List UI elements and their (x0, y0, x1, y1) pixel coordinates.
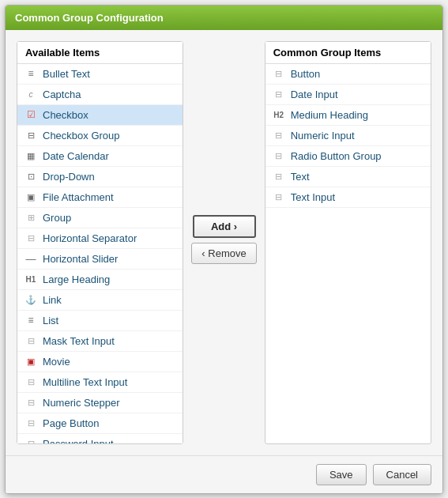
group-items-header: Common Group Items (265, 42, 431, 64)
item-label-text-input: Text Input (291, 191, 335, 203)
item-label-bullet-text: Bullet Text (43, 68, 90, 80)
item-icon-text-input (272, 191, 286, 202)
item-icon-multiline-text-input (24, 376, 38, 387)
available-item-drop-down[interactable]: Drop-Down (17, 167, 183, 187)
item-label-numeric-stepper: Numeric Stepper (43, 397, 120, 409)
item-icon-text (272, 171, 286, 182)
item-icon-movie (24, 356, 38, 367)
item-label-horizontal-slider: Horizontal Slider (43, 253, 118, 265)
available-item-bullet-text[interactable]: Bullet Text (17, 64, 183, 85)
dialog-footer: Save Cancel (6, 455, 442, 493)
group-items-panel: Common Group Items ButtonDate InputMediu… (265, 41, 431, 444)
item-label-link: Link (43, 294, 62, 306)
item-label-password-input: Password Input (43, 438, 114, 443)
available-item-large-heading[interactable]: Large Heading (17, 270, 183, 290)
item-label-horizontal-separator: Horizontal Separator (43, 232, 137, 244)
cancel-button[interactable]: Cancel (373, 464, 431, 485)
available-items-header: Available Items (17, 42, 183, 64)
item-icon-button (272, 68, 286, 79)
item-label-list: List (43, 315, 58, 326)
common-group-configuration-dialog: Common Group Configuration Available Ite… (5, 5, 443, 494)
available-item-checkbox-group[interactable]: Checkbox Group (17, 126, 183, 146)
group-items-list[interactable]: ButtonDate InputMedium HeadingNumeric In… (265, 64, 431, 443)
available-items-list[interactable]: Bullet TextCaptchaCheckboxCheckbox Group… (17, 64, 183, 443)
dialog-body: Available Items Bullet TextCaptchaCheckb… (6, 30, 442, 455)
columns-layout: Available Items Bullet TextCaptchaCheckb… (17, 41, 431, 444)
item-label-radio-button-group: Radio Button Group (291, 150, 382, 162)
remove-button[interactable]: ‹ Remove (191, 243, 256, 264)
item-label-medium-heading: Medium Heading (291, 109, 368, 121)
item-icon-page-button (24, 417, 38, 428)
item-icon-captcha (24, 89, 38, 100)
available-item-file-attachment[interactable]: File Attachment (17, 187, 183, 208)
item-label-mask-text-input: Mask Text Input (43, 335, 115, 347)
available-item-captcha[interactable]: Captcha (17, 85, 183, 105)
item-icon-password-input (24, 438, 38, 443)
item-icon-medium-heading (272, 109, 286, 120)
item-icon-large-heading (24, 274, 38, 285)
item-label-text: Text (291, 171, 310, 183)
item-label-date-calendar: Date Calendar (43, 150, 109, 162)
item-icon-group (24, 212, 38, 223)
available-item-mask-text-input[interactable]: Mask Text Input (17, 331, 183, 352)
available-item-list[interactable]: List (17, 311, 183, 331)
item-label-multiline-text-input: Multiline Text Input (43, 376, 127, 388)
group-item-button[interactable]: Button (265, 64, 431, 85)
item-label-page-button: Page Button (43, 417, 100, 429)
item-label-captcha: Captcha (43, 89, 81, 100)
dialog-title: Common Group Configuration (6, 6, 442, 30)
available-item-group[interactable]: Group (17, 208, 183, 228)
item-label-checkbox: Checkbox (43, 109, 88, 121)
item-icon-numeric-input (272, 130, 286, 141)
item-icon-mask-text-input (24, 335, 38, 346)
item-icon-list (24, 315, 38, 326)
available-item-multiline-text-input[interactable]: Multiline Text Input (17, 372, 183, 393)
item-label-drop-down: Drop-Down (43, 171, 95, 183)
item-icon-horizontal-separator (24, 232, 38, 243)
available-item-date-calendar[interactable]: Date Calendar (17, 146, 183, 167)
item-label-checkbox-group: Checkbox Group (43, 130, 120, 141)
available-item-horizontal-separator[interactable]: Horizontal Separator (17, 228, 183, 249)
item-label-movie: Movie (43, 356, 70, 368)
middle-buttons: Add › ‹ Remove (191, 41, 256, 264)
save-button[interactable]: Save (316, 464, 367, 485)
group-item-radio-button-group[interactable]: Radio Button Group (265, 146, 431, 167)
available-items-panel: Available Items Bullet TextCaptchaCheckb… (17, 41, 183, 444)
available-item-movie[interactable]: Movie (17, 352, 183, 372)
item-icon-drop-down (24, 171, 38, 182)
item-icon-numeric-stepper (24, 397, 38, 408)
group-item-date-input[interactable]: Date Input (265, 85, 431, 105)
item-label-group: Group (43, 212, 71, 224)
item-label-large-heading: Large Heading (43, 274, 110, 285)
item-label-file-attachment: File Attachment (43, 191, 114, 203)
available-item-horizontal-slider[interactable]: Horizontal Slider (17, 249, 183, 270)
item-icon-bullet-text (24, 68, 38, 79)
item-icon-radio-button-group (272, 150, 286, 161)
available-item-page-button[interactable]: Page Button (17, 413, 183, 434)
item-label-numeric-input: Numeric Input (291, 130, 355, 141)
item-icon-horizontal-slider (24, 253, 38, 264)
item-icon-link (24, 294, 38, 305)
available-item-numeric-stepper[interactable]: Numeric Stepper (17, 393, 183, 413)
group-item-medium-heading[interactable]: Medium Heading (265, 105, 431, 126)
item-icon-file-attachment (24, 191, 38, 202)
item-label-button: Button (291, 68, 321, 80)
available-item-password-input[interactable]: Password Input (17, 434, 183, 443)
item-icon-date-input (272, 89, 286, 100)
item-icon-checkbox-group (24, 130, 38, 141)
item-icon-date-calendar (24, 150, 38, 161)
item-icon-checkbox (24, 109, 38, 120)
available-item-link[interactable]: Link (17, 290, 183, 311)
group-item-numeric-input[interactable]: Numeric Input (265, 126, 431, 146)
group-item-text[interactable]: Text (265, 167, 431, 187)
available-item-checkbox[interactable]: Checkbox (17, 105, 183, 126)
item-label-date-input: Date Input (291, 89, 338, 100)
add-button[interactable]: Add › (193, 215, 256, 238)
group-item-text-input[interactable]: Text Input (265, 187, 431, 208)
